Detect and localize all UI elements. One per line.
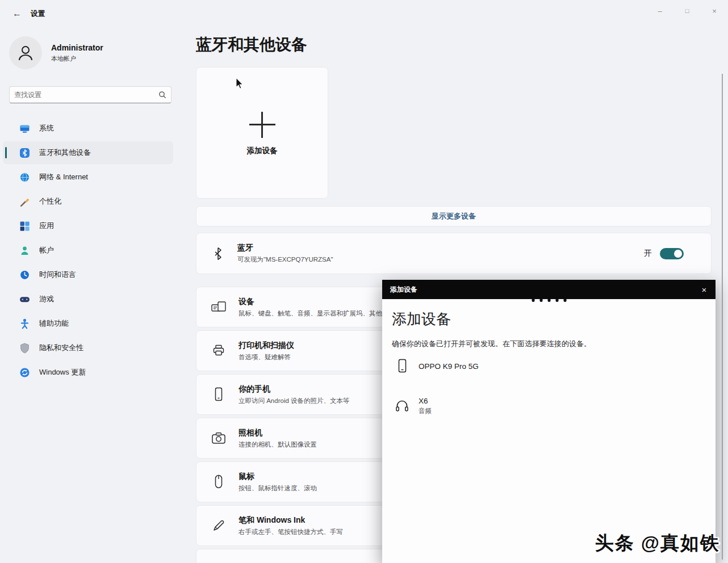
row-title: 笔和 Windows Ink [239, 515, 343, 526]
sidebar-nav: 系统 蓝牙和其他设备 [3, 117, 173, 385]
phone-icon [395, 359, 409, 373]
row-subtitle: 按钮、鼠标指针速度、滚动 [239, 484, 317, 493]
sidebar-item-windows-update[interactable]: Windows 更新 [3, 361, 173, 384]
update-icon [19, 367, 30, 378]
bluetooth-row-subtitle: 可发现为"MS-EXCPQ7YURZSA" [237, 255, 333, 264]
apps-icon [19, 220, 30, 232]
device-name: OPPO K9 Pro 5G [419, 362, 479, 371]
row-subtitle: 右手或左手、笔按钮快捷方式、手写 [239, 528, 343, 536]
window-controls: – □ × [646, 0, 728, 23]
sidebar-item-label: 帐户 [39, 245, 54, 255]
row-subtitle: 鼠标、键盘、触笔、音频、显示器和扩展坞、其他设备 [239, 309, 395, 318]
sidebar-item-label: 系统 [39, 123, 54, 133]
camera-icon [211, 432, 226, 444]
app-title: 设置 [31, 9, 45, 19]
row-title: 你的手机 [239, 384, 350, 394]
settings-window: ← 设置 – □ × Administrator 本地帐户 [0, 0, 728, 563]
dialog-close-button[interactable]: × [693, 280, 716, 299]
devices-icon [211, 300, 226, 314]
dialog-device-x6[interactable]: X6 音频 [382, 391, 716, 421]
sidebar-item-label: 时间和语言 [39, 270, 76, 280]
sidebar-item-time-language[interactable]: 时间和语言 [3, 263, 173, 286]
row-subtitle: 立即访问 Android 设备的照片、文本等 [239, 397, 350, 405]
phone-icon [211, 387, 226, 402]
sidebar-item-accounts[interactable]: 帐户 [3, 239, 173, 262]
dialog-device-oppo[interactable]: OPPO K9 Pro 5G [382, 351, 716, 381]
sidebar-item-personalization[interactable]: 个性化 [3, 190, 173, 213]
gamepad-icon [19, 293, 30, 305]
user-name: Administrator [51, 43, 103, 52]
person-icon [16, 43, 35, 62]
toggle-state-label: 开 [644, 249, 652, 259]
sidebar-item-label: 蓝牙和其他设备 [39, 148, 91, 158]
account-icon [19, 245, 30, 256]
row-title: 设备 [239, 297, 395, 307]
sidebar-item-network[interactable]: 网络 & Internet [3, 166, 173, 188]
toggle-knob [674, 250, 682, 258]
sidebar-item-label: 游戏 [39, 294, 54, 304]
headphones-icon [395, 399, 409, 413]
clock-icon [19, 269, 30, 280]
brush-icon [19, 196, 30, 207]
sidebar-item-apps[interactable]: 应用 [3, 215, 173, 237]
row-subtitle: 连接的相机、默认图像设置 [239, 440, 317, 449]
plus-icon [249, 112, 275, 138]
watermark: 头条 @真如铁 [595, 531, 720, 556]
sidebar: Administrator 本地帐户 系统 [0, 27, 189, 563]
sidebar-item-label: 应用 [39, 221, 54, 231]
avatar[interactable] [9, 36, 42, 69]
dialog-title: 添加设备 [390, 285, 417, 295]
back-button[interactable]: ← [9, 7, 25, 20]
row-title: 照相机 [239, 428, 317, 438]
sidebar-item-privacy-security[interactable]: 隐私和安全性 [3, 337, 173, 359]
bluetooth-glyph-icon [211, 247, 225, 261]
shield-icon [19, 342, 30, 354]
row-subtitle: 首选项、疑难解答 [239, 353, 294, 362]
search-input[interactable] [14, 91, 158, 99]
dialog-heading: 添加设备 [392, 309, 451, 329]
row-title: 鼠标 [239, 472, 317, 482]
system-icon [19, 123, 30, 134]
globe-icon [19, 171, 30, 183]
add-device-tile[interactable]: 添加设备 [196, 67, 328, 199]
window-titlebar: ← 设置 – □ × [0, 0, 728, 27]
sidebar-item-label: 隐私和安全性 [39, 343, 83, 353]
device-name: X6 [419, 397, 432, 405]
search-box[interactable] [9, 86, 171, 103]
sidebar-item-label: 网络 & Internet [39, 172, 88, 182]
row-title: 打印机和扫描仪 [239, 341, 294, 351]
selection-indicator [5, 147, 7, 158]
vertical-scrollbar[interactable] [722, 74, 723, 560]
pen-icon [211, 519, 226, 532]
accessibility-icon [19, 318, 30, 329]
minimize-button[interactable]: – [646, 0, 673, 22]
loading-dots [532, 299, 566, 302]
sidebar-item-label: 个性化 [39, 196, 61, 207]
bluetooth-toggle[interactable] [660, 248, 684, 259]
page-title: 蓝牙和其他设备 [196, 34, 307, 56]
dialog-titlebar: 添加设备 × [382, 280, 716, 299]
show-more-devices-button[interactable]: 显示更多设备 [196, 206, 712, 226]
close-button[interactable]: × [701, 0, 728, 22]
bluetooth-toggle-row[interactable]: 蓝牙 可发现为"MS-EXCPQ7YURZSA" 开 [196, 233, 712, 274]
sidebar-item-bluetooth-devices[interactable]: 蓝牙和其他设备 [3, 141, 173, 164]
maximize-button[interactable]: □ [673, 0, 701, 22]
search-icon [158, 91, 166, 99]
dialog-description: 确保你的设备已打开并可被发现。在下面选择要连接的设备。 [392, 339, 591, 349]
mouse-cursor [235, 78, 244, 90]
add-device-dialog: 添加设备 × 添加设备 确保你的设备已打开并可被发现。在下面选择要连接的设备。 … [382, 280, 716, 563]
sidebar-item-accessibility[interactable]: 辅助功能 [3, 312, 173, 335]
mouse-icon [211, 474, 226, 489]
sidebar-item-system[interactable]: 系统 [3, 117, 173, 140]
device-subtitle: 音频 [419, 407, 432, 415]
sidebar-item-label: 辅助功能 [39, 318, 69, 329]
bluetooth-icon [19, 147, 30, 158]
show-more-devices-label: 显示更多设备 [432, 211, 476, 221]
user-account-type: 本地帐户 [51, 54, 76, 63]
add-device-tile-label: 添加设备 [196, 146, 328, 156]
bluetooth-row-title: 蓝牙 [237, 243, 333, 253]
sidebar-item-gaming[interactable]: 游戏 [3, 288, 173, 310]
printer-icon [211, 344, 226, 358]
sidebar-item-label: Windows 更新 [39, 367, 86, 377]
